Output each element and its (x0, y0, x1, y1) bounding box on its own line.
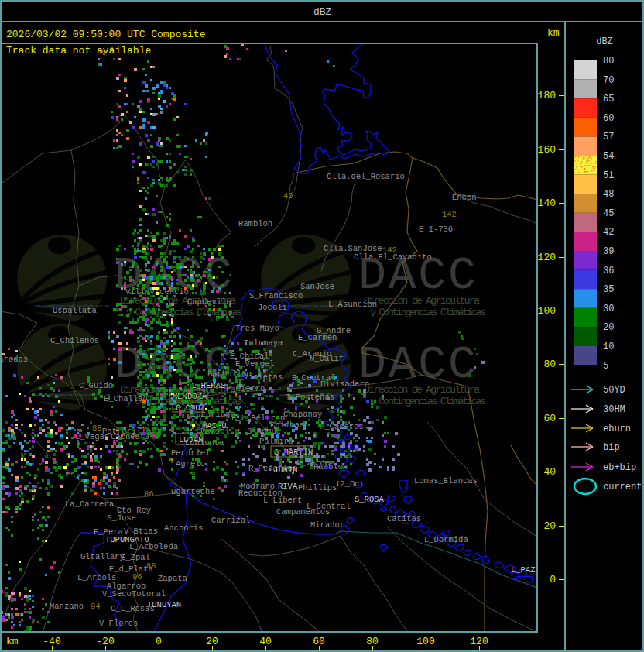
svg-text:94: 94 (91, 602, 101, 611)
svg-text:60: 60 (543, 413, 556, 424)
svg-text:eburn: eburn (603, 424, 631, 434)
svg-text:10: 10 (603, 341, 614, 352)
svg-text:L_PAZ: L_PAZ (511, 565, 536, 575)
svg-text:100: 100 (416, 636, 434, 647)
svg-text:bip: bip (603, 442, 620, 453)
svg-text:Zapata: Zapata (158, 574, 187, 583)
svg-text:RIVA: RIVA (278, 482, 298, 491)
svg-text:Dirección de Agricultura: Dirección de Agricultura (364, 295, 480, 307)
svg-text:Mirador: Mirador (310, 520, 344, 530)
svg-text:2026/03/02 09:50:00 UTC Compos: 2026/03/02 09:50:00 UTC Composite (6, 29, 205, 40)
svg-text:45: 45 (603, 208, 614, 219)
svg-text:120: 120 (538, 252, 556, 263)
svg-text:Track data not available: Track data not available (6, 45, 151, 57)
svg-text:57: 57 (603, 132, 614, 142)
svg-text:Totoral: Totoral (132, 589, 166, 599)
svg-text:42: 42 (603, 227, 614, 238)
svg-text:35: 35 (603, 284, 614, 295)
svg-text:20: 20 (603, 322, 614, 333)
svg-text:48: 48 (603, 189, 614, 200)
svg-text:180: 180 (538, 90, 556, 101)
svg-text:Phillips: Phillips (298, 483, 337, 492)
svg-text:50YD: 50YD (603, 385, 625, 396)
svg-text:51: 51 (603, 170, 614, 181)
svg-text:20: 20 (206, 636, 218, 647)
svg-text:V_Flores: V_Flores (99, 619, 138, 628)
svg-text:160: 160 (538, 144, 556, 156)
svg-text:Clla.del_Rosario: Clla.del_Rosario (327, 172, 405, 181)
svg-text:N_Calif: N_Calif (310, 354, 344, 363)
svg-text:30HM: 30HM (603, 404, 625, 415)
svg-text:dBZ: dBZ (313, 6, 332, 18)
svg-text:Jocoli: Jocoli (258, 303, 287, 312)
svg-text:36: 36 (603, 266, 614, 276)
svg-text:Catitas: Catitas (387, 514, 421, 523)
svg-text:Tres_Mayo: Tres_Mayo (235, 324, 279, 333)
svg-text:86: 86 (144, 489, 154, 499)
svg-text:E_1-736: E_1-736 (419, 225, 453, 234)
svg-text:S_Jose: S_Jose (107, 513, 136, 523)
svg-text:96: 96 (132, 572, 142, 582)
svg-text:54: 54 (603, 151, 614, 162)
svg-text:88: 88 (92, 424, 102, 433)
svg-text:dBZ: dBZ (596, 36, 613, 47)
svg-text:V_Seco: V_Seco (102, 589, 132, 599)
svg-text:Dirección de Agricultura: Dirección de Agricultura (364, 384, 480, 396)
svg-text:Gltallary: Gltallary (80, 552, 125, 561)
svg-text:Carrizal: Carrizal (211, 516, 250, 525)
svg-text:C_Guido: C_Guido (79, 381, 113, 390)
svg-text:TUPUNGATO: TUPUNGATO (105, 535, 149, 544)
svg-text:S_ROSA: S_ROSA (355, 495, 385, 504)
svg-text:Anchoris: Anchoris (164, 523, 203, 533)
svg-text:120: 120 (470, 636, 488, 647)
svg-text:y Contingencias Climáticas: y Contingencias Climáticas (370, 396, 486, 407)
svg-text:TUNUYAN: TUNUYAN (147, 600, 181, 609)
svg-text:SanJose: SanJose (300, 282, 334, 291)
svg-text:60: 60 (603, 113, 614, 124)
svg-text:current: current (603, 482, 642, 492)
svg-text:40: 40 (259, 636, 272, 647)
svg-text:C_Chilenos: C_Chilenos (50, 336, 99, 345)
svg-text:-20: -20 (96, 636, 114, 647)
svg-text:Ramblon: Ramblon (238, 219, 272, 228)
svg-text:5: 5 (603, 361, 608, 372)
svg-text:80: 80 (603, 56, 614, 67)
svg-text:100: 100 (538, 305, 556, 317)
svg-text:142: 142 (382, 245, 397, 255)
svg-text:La_Carrera: La_Carrera (65, 499, 114, 509)
svg-text:70: 70 (603, 75, 614, 86)
svg-text:Tulumaya: Tulumaya (244, 338, 283, 348)
svg-text:km: km (547, 27, 560, 39)
svg-text:Reduccion: Reduccion (238, 489, 283, 498)
svg-text:40: 40 (543, 466, 556, 478)
svg-text:142: 142 (442, 210, 457, 219)
svg-text:40: 40 (283, 191, 293, 201)
svg-text:Divisadero: Divisadero (320, 379, 369, 389)
svg-text:65: 65 (603, 94, 614, 105)
svg-text:0: 0 (550, 574, 556, 585)
svg-text:L_Dormida: L_Dormida (424, 535, 468, 544)
svg-text:Uspallata: Uspallata (53, 306, 97, 315)
svg-text:30: 30 (603, 304, 614, 314)
svg-text:Manzano: Manzano (50, 602, 84, 611)
svg-text:-40: -40 (43, 636, 60, 647)
svg-text:km: km (6, 636, 19, 647)
svg-text:0: 0 (156, 636, 162, 647)
svg-text:20: 20 (543, 520, 556, 532)
svg-text:140: 140 (538, 197, 556, 209)
svg-text:y Contingencias Climáticas: y Contingencias Climáticas (370, 307, 486, 318)
svg-text:39: 39 (603, 246, 614, 257)
svg-text:Encon: Encon (452, 193, 477, 202)
svg-text:S_Francisco: S_Francisco (249, 291, 303, 300)
svg-text:80: 80 (366, 636, 379, 647)
svg-text:E_Carmen: E_Carmen (298, 333, 337, 342)
svg-text:60: 60 (313, 636, 325, 647)
svg-text:12_Oct: 12_Oct (335, 479, 365, 489)
svg-text:Lomas_Blancas: Lomas_Blancas (414, 476, 478, 486)
svg-text:80: 80 (543, 359, 556, 370)
svg-text:L_Asuncion: L_Asuncion (328, 300, 377, 309)
svg-text:88: 88 (146, 561, 156, 571)
svg-text:Paredas: Paredas (0, 355, 28, 364)
svg-text:eb+bip: eb+bip (603, 462, 636, 473)
svg-text:L_Central: L_Central (307, 502, 351, 511)
